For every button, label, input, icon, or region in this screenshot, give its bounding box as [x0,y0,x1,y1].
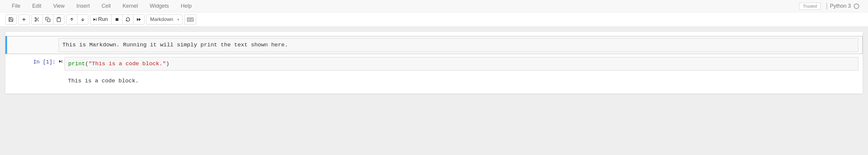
svg-point-2 [35,18,36,19]
svg-point-19 [190,19,190,19]
menu-insert[interactable]: Insert [71,0,96,12]
prompt-area [7,38,59,52]
move-down-button[interactable] [77,14,88,25]
command-palette-button[interactable] [184,14,196,25]
svg-marker-25 [59,60,61,63]
run-button-label: Run [98,16,108,23]
svg-line-6 [36,19,37,20]
menubar: File Edit View Insert Cell Kernel Widget… [0,0,868,12]
svg-point-24 [192,20,192,20]
cell-type-select-wrapper: Markdown [146,14,183,25]
restart-button[interactable] [122,14,133,25]
svg-marker-15 [139,18,141,21]
menu-cell[interactable]: Cell [96,0,117,12]
cell-type-select[interactable]: Markdown [146,14,183,25]
prompt-area: In [1]: [5,57,59,71]
svg-rect-8 [58,17,60,18]
stop-icon [115,18,119,22]
code-input[interactable]: print("This is a code block.") [64,57,859,71]
svg-line-5 [37,20,39,21]
cell-body: This is a code block. [64,75,859,87]
cell-body: This is Markdown. Running it will simply… [59,38,858,52]
svg-point-20 [191,19,191,19]
menu-edit[interactable]: Edit [26,0,47,12]
plus-icon [21,17,27,22]
menu-kernel[interactable]: Kernel [117,0,144,12]
markdown-input[interactable]: This is Markdown. Running it will simply… [59,38,858,52]
output-cell: This is a code block. [5,73,863,88]
kernel-name[interactable]: Python 3 [830,3,851,9]
run-cell-button[interactable] [59,57,63,71]
svg-rect-26 [62,60,62,63]
fast-forward-icon [136,17,142,22]
menu-file[interactable]: File [6,0,26,12]
svg-marker-14 [137,18,139,21]
code-token-func: print [68,61,85,67]
code-token-string: "This is a code block." [88,61,166,67]
add-cell-button[interactable] [18,14,30,25]
paste-button[interactable] [53,14,64,25]
menu-widgets[interactable]: Widgets [144,0,175,12]
notebook-background: This is Markdown. Running it will simply… [0,27,868,155]
svg-rect-16 [187,18,193,21]
paste-icon [56,17,61,22]
divider [827,3,827,9]
prompt-area [5,75,59,87]
svg-rect-13 [116,18,118,21]
toolbar: Run Markdown [0,12,868,27]
output-text: This is a code block. [64,75,859,87]
save-button[interactable] [5,14,17,25]
svg-marker-11 [93,18,95,21]
cell-body: print("This is a code block.") [64,57,859,71]
copy-button[interactable] [42,14,54,25]
step-forward-icon [59,59,63,64]
run-button[interactable]: Run [90,14,112,25]
menu-view[interactable]: View [47,0,71,12]
run-group: Run [90,14,145,25]
cut-button[interactable] [31,14,42,25]
notebook-container: This is Markdown. Running it will simply… [5,32,863,94]
step-forward-icon [93,17,97,22]
move-up-button[interactable] [66,14,78,25]
copy-icon [45,17,51,22]
markdown-cell[interactable]: This is Markdown. Running it will simply… [5,36,863,54]
svg-point-18 [189,19,189,19]
interrupt-button[interactable] [112,14,123,25]
keyboard-icon [187,17,193,22]
move-group [66,14,88,25]
code-token-paren: ) [166,61,169,67]
menu-help[interactable]: Help [175,0,198,12]
save-icon [8,17,13,22]
refresh-icon [126,17,130,22]
code-cell[interactable]: In [1]: print("This is a code block.") [5,55,863,73]
svg-rect-12 [96,18,97,21]
svg-point-3 [35,20,36,22]
trusted-badge[interactable]: Trusted [799,3,821,10]
arrow-down-icon [80,17,85,22]
input-prompt: In [1]: [33,59,56,65]
svg-point-21 [192,19,192,19]
restart-run-all-button[interactable] [133,14,145,25]
kernel-idle-icon [854,4,859,9]
arrow-up-icon [69,17,74,22]
svg-rect-7 [47,19,50,22]
clipboard-group [31,14,64,25]
code-token-paren: ( [85,61,88,67]
scissors-icon [34,17,39,22]
